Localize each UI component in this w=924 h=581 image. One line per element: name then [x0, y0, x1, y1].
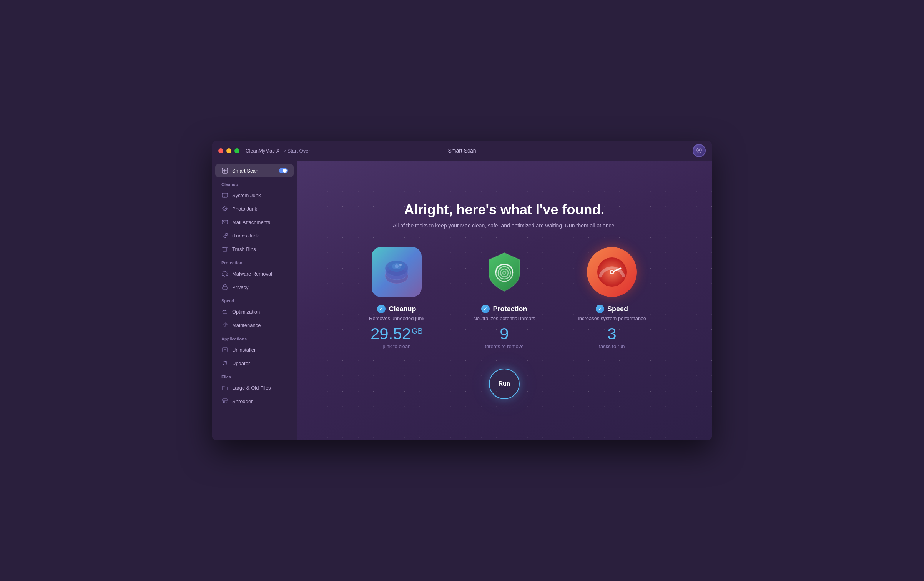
cards-row: ✓ Cleanup Removes unneeded junk 29.52GB …: [354, 247, 654, 349]
cleanup-icon: [372, 247, 422, 297]
speed-card-title: Speed: [607, 305, 628, 313]
svg-line-23: [225, 310, 226, 311]
trash-icon: [221, 246, 228, 252]
optimization-icon: [221, 308, 228, 315]
large-old-files-label: Large & Old Files: [232, 385, 271, 391]
window-title: Smart Scan: [448, 148, 476, 154]
speed-title-row: ✓ Speed: [596, 305, 628, 313]
subheadline: All of the tasks to keep your Mac clean,…: [393, 222, 616, 229]
svg-line-14: [227, 272, 228, 272]
svg-line-26: [225, 324, 226, 325]
minimize-button[interactable]: [226, 148, 231, 153]
itunes-junk-label: iTunes Junk: [232, 233, 259, 239]
sidebar-item-itunes-junk[interactable]: iTunes Junk: [215, 229, 294, 242]
speed-sublabel: tasks to run: [599, 344, 625, 349]
svg-point-12: [223, 271, 227, 276]
svg-point-3: [223, 207, 227, 211]
content-area: Alright, here's what I've found. All of …: [297, 161, 712, 440]
sidebar-item-smart-scan[interactable]: Smart Scan: [215, 164, 294, 177]
sidebar-item-shredder[interactable]: Shredder: [215, 395, 294, 408]
photo-junk-label: Photo Junk: [232, 206, 257, 212]
cleanup-title-row: ✓ Cleanup: [377, 305, 416, 313]
content-inner: Alright, here's what I've found. All of …: [312, 202, 696, 399]
sidebar-item-photo-junk[interactable]: Photo Junk: [215, 202, 294, 215]
malware-removal-label: Malware Removal: [232, 271, 272, 277]
cleanup-card: ✓ Cleanup Removes unneeded junk 29.52GB …: [354, 247, 439, 349]
speed-check-icon: ✓: [596, 305, 604, 313]
sidebar-item-optimization[interactable]: Optimization: [215, 305, 294, 318]
privacy-icon: [221, 284, 228, 290]
cleanup-description: Removes unneeded junk: [369, 315, 424, 321]
optimization-label: Optimization: [232, 309, 260, 315]
fullscreen-button[interactable]: [234, 148, 239, 153]
section-applications-label: Applications: [212, 332, 297, 343]
photo-junk-icon: [221, 205, 228, 212]
malware-icon: [221, 270, 228, 277]
cleanup-value: 29.52GB: [371, 326, 423, 342]
protection-sublabel: threats to remove: [485, 344, 523, 349]
cleanup-value-unit: GB: [412, 327, 423, 335]
svg-point-47: [611, 271, 613, 273]
sidebar-item-trash-bins[interactable]: Trash Bins: [215, 242, 294, 256]
svg-line-18: [222, 272, 223, 272]
avatar-button[interactable]: ⦿: [693, 144, 706, 157]
sidebar-item-uninstaller[interactable]: Uninstaller: [215, 343, 294, 356]
svg-point-4: [224, 208, 226, 209]
maintenance-label: Maintenance: [232, 322, 261, 328]
svg-point-10: [224, 236, 226, 238]
section-speed-label: Speed: [212, 294, 297, 305]
speed-value: 3: [607, 326, 616, 342]
uninstaller-icon: [221, 346, 228, 353]
speed-icon: [587, 247, 637, 297]
protection-description: Neutralizes potential threats: [473, 315, 535, 321]
system-junk-icon: [221, 192, 228, 199]
mail-attachments-label: Mail Attachments: [232, 219, 270, 225]
shredder-icon: [221, 398, 228, 405]
protection-title-row: ✓ Protection: [481, 305, 527, 313]
cleanup-sublabel: junk to clean: [383, 344, 411, 349]
section-cleanup-label: Cleanup: [212, 178, 297, 188]
itunes-icon: [221, 232, 228, 239]
speed-card: ✓ Speed Increases system performance 3 t…: [570, 247, 654, 349]
run-button[interactable]: Run: [489, 369, 520, 399]
smart-scan-toggle[interactable]: [279, 168, 288, 173]
svg-point-2: [224, 197, 225, 198]
sidebar-item-maintenance[interactable]: Maintenance: [215, 319, 294, 332]
privacy-label: Privacy: [232, 284, 249, 290]
sidebar-item-large-old-files[interactable]: Large & Old Files: [215, 381, 294, 394]
section-files-label: Files: [212, 370, 297, 381]
main-layout: Smart Scan Cleanup System Junk: [212, 161, 712, 440]
sidebar-item-updater[interactable]: Updater: [215, 357, 294, 370]
smart-scan-label: Smart Scan: [232, 168, 258, 174]
uninstaller-label: Uninstaller: [232, 347, 256, 353]
back-label: Start Over: [287, 148, 310, 154]
svg-line-24: [226, 310, 227, 311]
svg-point-38: [395, 264, 399, 268]
svg-line-32: [226, 401, 226, 403]
app-window: CleanMyMac X ‹ Start Over Smart Scan ⦿: [212, 141, 712, 440]
svg-rect-11: [223, 248, 227, 251]
sidebar: Smart Scan Cleanup System Junk: [212, 161, 297, 440]
smart-scan-icon: [221, 167, 228, 174]
traffic-lights: [218, 148, 239, 153]
sidebar-item-privacy[interactable]: Privacy: [215, 281, 294, 294]
protection-value: 9: [500, 326, 509, 342]
svg-rect-29: [223, 399, 227, 401]
updater-icon: [221, 360, 228, 367]
svg-line-15: [227, 275, 228, 276]
svg-line-17: [222, 275, 223, 276]
sidebar-item-malware-removal[interactable]: Malware Removal: [215, 267, 294, 280]
sidebar-item-mail-attachments[interactable]: Mail Attachments: [215, 216, 294, 229]
title-bar: CleanMyMac X ‹ Start Over Smart Scan ⦿: [212, 141, 712, 161]
avatar-icon: ⦿: [696, 147, 702, 154]
sidebar-item-system-junk[interactable]: System Junk: [215, 189, 294, 202]
protection-icon: [479, 247, 529, 297]
speed-description: Increases system performance: [578, 315, 646, 321]
title-bar-right: ⦿: [693, 144, 706, 157]
svg-line-30: [223, 401, 224, 403]
cleanup-card-title: Cleanup: [389, 305, 416, 313]
cleanup-check-icon: ✓: [377, 305, 386, 313]
protection-card: ✓ Protection Neutralizes potential threa…: [462, 247, 547, 349]
back-nav[interactable]: ‹ Start Over: [284, 148, 310, 154]
close-button[interactable]: [218, 148, 223, 153]
